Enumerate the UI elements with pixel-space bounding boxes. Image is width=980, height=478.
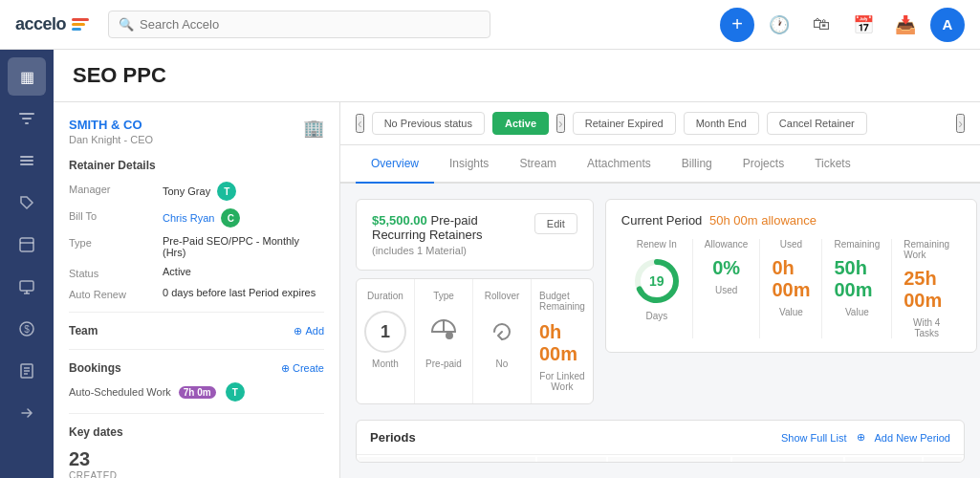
cancel-retainer-button[interactable]: Cancel Retainer xyxy=(767,112,867,135)
clock-button[interactable]: 🕐 xyxy=(762,8,796,42)
remaining-work-value: 25h 00m xyxy=(904,268,949,312)
current-period-panel: Current Period 50h 00m allowance Renew I… xyxy=(605,199,977,404)
key-dates-title: Key dates xyxy=(69,425,324,439)
no-previous-button[interactable]: No Previous status xyxy=(372,112,485,135)
remaining-value: 50h 00m xyxy=(834,257,880,301)
sidebar-item-monitor[interactable] xyxy=(8,268,46,306)
logo-line-2 xyxy=(72,23,85,26)
sidebar-item-dashboard[interactable]: ▦ xyxy=(8,57,46,96)
type-icon xyxy=(423,311,465,353)
app-layout: ▦ $ SEO PPC xyxy=(0,50,980,478)
plus-icon: ⊕ xyxy=(294,325,302,337)
sidebar-item-list[interactable] xyxy=(8,141,46,180)
client-subtitle: Dan Knight - CEO xyxy=(69,134,153,145)
client-info: SMITH & CO Dan Knight - CEO xyxy=(69,118,153,145)
budget-stat: Budget Remaining 0h 00m For Linked Work xyxy=(532,279,593,403)
client-name[interactable]: SMITH & CO xyxy=(69,118,153,132)
type-header: Type xyxy=(433,291,454,301)
tab-attachments[interactable]: Attachments xyxy=(572,145,666,184)
periods-section: Periods Show Full List ⊕ Add New Period xyxy=(356,420,965,463)
svg-rect-2 xyxy=(20,163,33,165)
retainer-panel: $5,500.00 Pre-paid Recurring Retainers (… xyxy=(356,199,594,404)
add-new-period-icon: ⊕ xyxy=(857,431,865,444)
edit-button[interactable]: Edit xyxy=(534,213,577,234)
tab-billing[interactable]: Billing xyxy=(666,145,728,184)
client-header: SMITH & CO Dan Knight - CEO 🏢 xyxy=(69,118,324,145)
retainer-sub: (includes 1 Material) xyxy=(372,245,534,256)
sidebar: ▦ $ xyxy=(0,50,54,478)
divider-1 xyxy=(69,312,324,313)
search-input[interactable] xyxy=(140,17,480,32)
budget-value: 0h 00m xyxy=(539,321,585,365)
used-footer: Value xyxy=(779,307,803,317)
tab-overview[interactable]: Overview xyxy=(356,145,434,184)
allowance-footer: Used xyxy=(715,285,737,295)
tab-tickets[interactable]: Tickets xyxy=(799,145,866,184)
svg-rect-0 xyxy=(20,156,33,158)
add-new-period-link[interactable]: Add New Period xyxy=(875,432,951,444)
team-title: Team xyxy=(69,324,98,337)
budget-header: Budget Remaining xyxy=(539,291,585,312)
current-period-header: Current Period 50h 00m allowance xyxy=(621,213,961,228)
create-icon: ⊕ xyxy=(281,362,290,375)
svg-text:$: $ xyxy=(24,324,30,335)
search-box[interactable]: 🔍 xyxy=(108,11,490,38)
tray-button[interactable]: 📥 xyxy=(888,8,923,42)
rollover-icon xyxy=(481,311,523,353)
retainer-text: $5,500.00 Pre-paid Recurring Retainers (… xyxy=(372,213,534,256)
nav-icons: + 🕐 🛍 📅 📥 A xyxy=(720,8,965,42)
next-status-arrow[interactable]: › xyxy=(556,114,565,133)
bag-button[interactable]: 🛍 xyxy=(804,8,838,42)
retainer-title: $5,500.00 Pre-paid Recurring Retainers xyxy=(372,213,534,242)
tab-projects[interactable]: Projects xyxy=(728,145,799,184)
prev-status-arrow[interactable]: ‹ xyxy=(356,114,364,133)
auto-renew-row: Auto Renew 0 days before last Period exp… xyxy=(69,287,324,300)
status-row: Status Active xyxy=(69,266,324,279)
retainer-expired-button[interactable]: Retainer Expired xyxy=(573,112,676,135)
sidebar-item-filter[interactable] xyxy=(8,99,46,138)
retainer-info-card: $5,500.00 Pre-paid Recurring Retainers (… xyxy=(356,199,594,271)
col-periods: 📅 Periods xyxy=(359,457,535,463)
add-button[interactable]: + xyxy=(720,8,754,42)
active-status-button[interactable]: Active xyxy=(492,112,549,135)
renew-in-header: Renew In xyxy=(637,239,677,250)
svg-rect-1 xyxy=(20,160,33,162)
used-header: Used xyxy=(780,239,802,250)
sidebar-item-tag[interactable] xyxy=(8,184,46,222)
svg-rect-3 xyxy=(20,238,33,251)
manager-avatar: T xyxy=(217,182,236,201)
period-stats-grid: Renew In 19 Days xyxy=(621,239,961,338)
periods-actions: Show Full List ⊕ Add New Period xyxy=(781,431,950,444)
show-full-list-link[interactable]: Show Full List xyxy=(781,432,846,444)
status-bar: ‹ No Previous status Active › Retainer E… xyxy=(340,102,980,145)
avatar-button[interactable]: A xyxy=(930,8,965,42)
logo-lines xyxy=(72,18,89,31)
remaining-work-stat: Remaining Work 25h 00m With 4 Tasks xyxy=(892,239,961,338)
manager-label: Manager xyxy=(69,182,155,201)
sidebar-item-arrow[interactable] xyxy=(8,394,46,432)
month-end-button[interactable]: Month End xyxy=(684,112,759,135)
sidebar-item-retainer[interactable] xyxy=(8,226,46,264)
type-value: Pre-Paid SEO/PPC - Monthly (Hrs) xyxy=(163,235,324,258)
allowance-header: Allowance xyxy=(705,239,749,250)
top-panels: $5,500.00 Pre-paid Recurring Retainers (… xyxy=(356,199,965,404)
rollover-header: Rollover xyxy=(485,291,520,301)
calendar-button[interactable]: 📅 xyxy=(846,8,881,42)
sidebar-item-report[interactable] xyxy=(8,352,46,390)
tab-stream[interactable]: Stream xyxy=(504,145,572,184)
renew-in-donut: 19 xyxy=(633,257,681,305)
type-stat: Type Pre-p xyxy=(415,279,473,403)
duration-circle: 1 xyxy=(364,311,406,353)
remaining-work-footer: With 4 Tasks xyxy=(904,317,949,338)
renew-in-footer: Days xyxy=(645,311,667,321)
page-header: SEO PPC xyxy=(54,50,980,102)
tab-insights[interactable]: Insights xyxy=(434,145,504,184)
sidebar-item-dollar[interactable]: $ xyxy=(8,310,46,348)
tabs-bar: Overview Insights Stream Attachments Bil… xyxy=(340,145,980,184)
left-panel: SMITH & CO Dan Knight - CEO 🏢 Retainer D… xyxy=(54,102,340,478)
team-add-link[interactable]: ⊕ Add xyxy=(294,325,324,337)
allowance-value: 0% xyxy=(712,257,740,279)
far-next-arrow[interactable]: › xyxy=(956,114,965,133)
date-number: 23 xyxy=(69,448,118,470)
bookings-create-link[interactable]: ⊕ Create xyxy=(281,362,324,375)
